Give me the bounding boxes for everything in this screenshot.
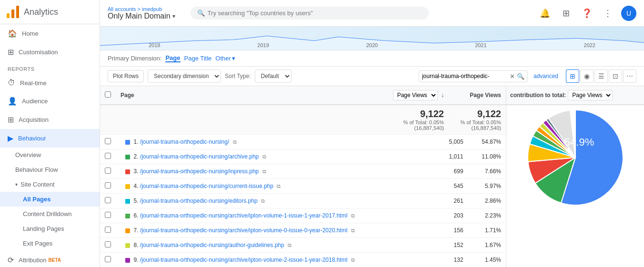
view-pie-button[interactable]: ◉ (580, 69, 594, 83)
row-checkbox[interactable] (105, 227, 111, 233)
filter-clear-icon[interactable]: ✕ (510, 73, 515, 80)
sidebar-item-customisation[interactable]: ⊞ Customisation (0, 43, 100, 61)
page-url-link[interactable]: /journal-trauma-orthopedic-nursing/ (140, 138, 229, 145)
table-chart-wrapper: Page Page Views ↓ Page Views (100, 86, 644, 267)
row-checkbox[interactable] (105, 197, 111, 203)
page-url-link[interactable]: /journal-trauma-orthopedic-nursing/archi… (140, 212, 348, 219)
page-url-link[interactable]: /journal-trauma-orthopedic-nursing/curre… (140, 183, 273, 189)
apps-button[interactable]: ⊞ (558, 6, 574, 21)
main-area: All accounts > imedpub Only Main Domain … (100, 0, 644, 267)
sidebar-item-audience[interactable]: 👤 Audience (0, 92, 100, 110)
advanced-link[interactable]: advanced (533, 73, 558, 79)
sidebar-item-attribution[interactable]: ⟳ Attribution BETA (0, 251, 100, 267)
views-cell: 261 (437, 194, 468, 208)
select-all-checkbox[interactable] (105, 91, 111, 98)
avatar[interactable]: U (621, 6, 636, 21)
landing-pages-label: Landing Pages (23, 225, 64, 232)
view-pivot-button[interactable]: ⊡ (609, 69, 622, 83)
filter-search-icon[interactable]: 🔍 (517, 73, 524, 80)
copy-icon[interactable]: ⧉ (288, 242, 292, 248)
row-checkbox[interactable] (105, 138, 111, 144)
page-column-header: Page (116, 86, 377, 105)
views-cell: 152 (437, 238, 468, 253)
app-title: Analytics (24, 7, 58, 17)
customisation-label: Customisation (19, 49, 58, 56)
table-row: 6. /journal-trauma-orthopedic-nursing/ar… (100, 208, 506, 223)
dim-page-title-link[interactable]: Page Title (184, 55, 212, 62)
row-num: 8. (133, 242, 138, 248)
row-color-dot (125, 169, 130, 174)
views-cell: 132 (437, 253, 468, 267)
sidebar-item-realtime[interactable]: ⏱ Real-time (0, 74, 100, 92)
sidebar-item-site-content[interactable]: ▾ Site Content (0, 177, 100, 192)
view-grid-button[interactable]: ⊞ (566, 69, 579, 83)
row-checkbox[interactable] (105, 182, 111, 188)
filter-input[interactable] (422, 73, 508, 79)
copy-icon[interactable]: ⧉ (351, 213, 355, 218)
sidebar-item-all-pages[interactable]: All Pages (0, 192, 100, 207)
copy-icon[interactable]: ⧉ (262, 168, 266, 174)
pct-cell: 7.66% (468, 164, 506, 179)
view-bar-button[interactable]: ☰ (594, 69, 608, 83)
copy-icon[interactable]: ⧉ (351, 227, 355, 233)
copy-icon[interactable]: ⧉ (262, 154, 266, 159)
row-checkbox[interactable] (105, 168, 111, 174)
sidebar-item-behaviour-flow[interactable]: Behaviour Flow (0, 162, 100, 177)
sidebar-item-home[interactable]: 🏠 Home (0, 24, 100, 43)
notifications-button[interactable]: 🔔 (537, 6, 553, 21)
views-cell: 156 (437, 223, 468, 238)
search-filter-box: ✕ 🔍 (419, 70, 528, 82)
page-url-link[interactable]: /journal-trauma-orthopedic-nursing/archi… (140, 153, 259, 160)
row-checkbox[interactable] (105, 212, 111, 218)
search-input[interactable] (208, 10, 422, 17)
other-label: Other (215, 55, 231, 62)
sidebar-item-acquisition[interactable]: ⊞ Acquisition (0, 110, 100, 129)
row-checkbox[interactable] (105, 153, 111, 159)
sidebar-item-content-drilldown[interactable]: Content Drilldown (0, 207, 100, 221)
copy-icon[interactable]: ⧉ (261, 198, 265, 204)
contribution-metric-select[interactable]: Page Views (568, 90, 613, 100)
secondary-dimension-select[interactable]: Secondary dimension (148, 69, 221, 83)
metric-select[interactable]: Page Views (393, 90, 438, 100)
sidebar-item-landing-pages[interactable]: Landing Pages (0, 221, 100, 236)
dim-page-link[interactable]: Page (165, 54, 180, 62)
topbar: All accounts > imedpub Only Main Domain … (100, 0, 644, 27)
primary-dim-label: Primary Dimension: (108, 55, 161, 62)
totals-label (116, 105, 377, 135)
row-color-dot (125, 155, 130, 159)
sort-type-select[interactable]: Default (255, 69, 292, 83)
sidebar-item-exit-pages[interactable]: Exit Pages (0, 236, 100, 251)
pct-cell: 11.08% (468, 149, 506, 164)
page-url-link[interactable]: /journal-trauma-orthopedic-nursing/archi… (140, 227, 348, 234)
dim-other-dropdown[interactable]: Other ▾ (215, 55, 235, 62)
row-checkbox[interactable] (105, 256, 111, 262)
views-cell: 203 (437, 208, 468, 223)
row-num: 3. (133, 168, 138, 175)
realtime-icon: ⏱ (8, 79, 15, 87)
page-url-link[interactable]: /journal-trauma-orthopedic-nursing/autho… (140, 242, 284, 248)
page-url-link[interactable]: /journal-trauma-orthopedic-nursing/archi… (140, 257, 348, 263)
sidebar-item-behaviour[interactable]: ▶ Behaviour (0, 129, 100, 148)
help-button[interactable]: ❓ (579, 6, 594, 21)
copy-icon[interactable]: ⧉ (277, 183, 281, 189)
pie-chart-panel: contribution to total: Page Views 54.9% (506, 86, 644, 267)
more-options-button[interactable]: ⋮ (600, 6, 615, 21)
table-row: 4. /journal-trauma-orthopedic-nursing/cu… (100, 179, 506, 194)
domain-selector[interactable]: Only Main Domain ▾ (108, 12, 175, 20)
row-checkbox[interactable] (105, 241, 111, 247)
plot-rows-button[interactable]: Plot Rows (108, 70, 144, 82)
view-scatter-button[interactable]: ⋯ (623, 69, 636, 83)
content-area: 2018 2019 2020 2021 2022 Primary Dimensi… (100, 27, 644, 267)
page-url-link[interactable]: /journal-trauma-orthopedic-nursing/inpre… (140, 168, 259, 175)
pct-cell: 5.97% (468, 179, 506, 194)
copy-icon[interactable]: ⧉ (233, 139, 237, 145)
timeline-2020: 2020 (366, 42, 378, 48)
search-icon: 🔍 (197, 10, 205, 17)
sidebar-item-overview[interactable]: Overview (0, 148, 100, 162)
page-url-link[interactable]: /journal-trauma-orthopedic-nursing/edito… (140, 198, 258, 204)
copy-icon[interactable]: ⧉ (351, 257, 355, 263)
acquisition-icon: ⊞ (8, 115, 14, 124)
search-bar[interactable]: 🔍 (191, 7, 429, 20)
timeline-2019: 2019 (257, 42, 269, 48)
sidebar: Analytics 🏠 Home ⊞ Customisation REPORTS… (0, 0, 100, 267)
